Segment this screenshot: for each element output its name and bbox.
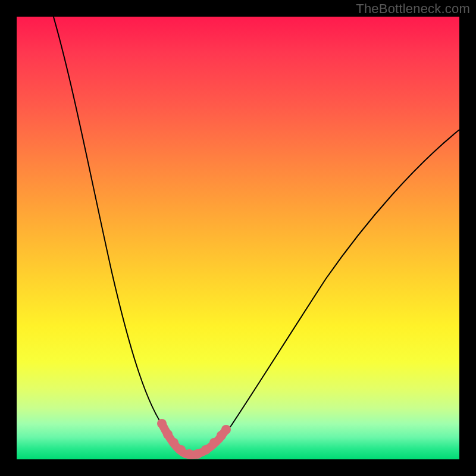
svg-point-6 — [201, 445, 211, 455]
curve-layer — [17, 17, 459, 459]
watermark-label: TheBottleneck.com — [356, 1, 470, 17]
svg-point-5 — [193, 449, 202, 459]
chart-frame: TheBottleneck.com — [0, 0, 476, 476]
svg-point-1 — [163, 430, 173, 439]
svg-point-2 — [169, 438, 178, 447]
bottleneck-curve — [48, 17, 459, 454]
svg-point-9 — [221, 425, 231, 434]
plot-area — [17, 17, 459, 459]
svg-point-4 — [184, 449, 194, 459]
svg-point-7 — [209, 438, 219, 447]
svg-point-3 — [176, 445, 186, 455]
svg-point-0 — [157, 419, 167, 428]
highlight-dots — [157, 419, 231, 459]
